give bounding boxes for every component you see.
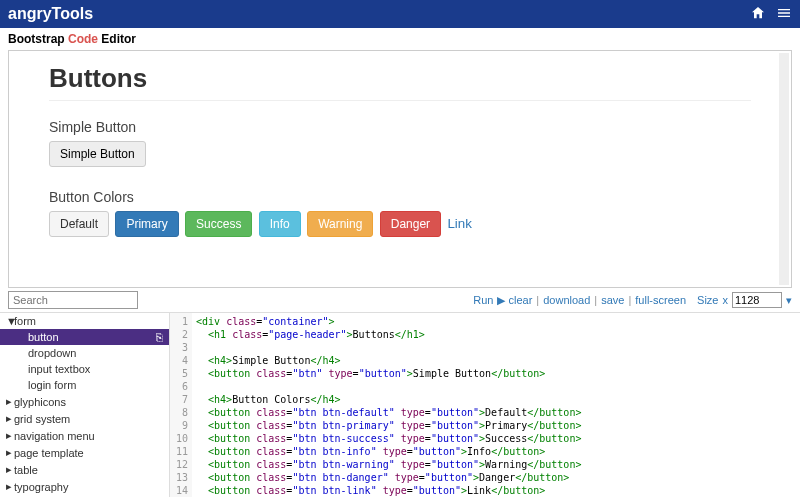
info-button[interactable]: Info	[259, 211, 301, 237]
preview-header: Buttons	[49, 63, 751, 101]
menu-icon[interactable]	[776, 5, 792, 24]
tree-item-table[interactable]: ▸ table	[0, 461, 169, 478]
tree-item-glyphicons[interactable]: ▸ glyphicons	[0, 393, 169, 410]
success-button[interactable]: Success	[185, 211, 252, 237]
size-prefix: x	[723, 294, 729, 306]
warning-button[interactable]: Warning	[307, 211, 373, 237]
tree-item-ui-element[interactable]: ▸ ui element	[0, 495, 169, 497]
simple-button[interactable]: Simple Button	[49, 141, 146, 167]
topbar: angryTools	[0, 0, 800, 28]
tree-item-form[interactable]: ▼ form	[0, 313, 169, 329]
size-label: Size	[697, 294, 718, 306]
tree-item-input-textbox[interactable]: input textbox	[0, 361, 169, 377]
home-icon[interactable]	[750, 5, 766, 24]
tree-item-button[interactable]: button⎘	[0, 329, 169, 345]
section-simple-heading: Simple Button	[49, 119, 751, 135]
tree-item-login-form[interactable]: login form	[0, 377, 169, 393]
toolbar: Run ▶ clear| download| save| full-screen…	[0, 288, 800, 312]
download-button[interactable]: download	[543, 294, 590, 306]
section-colors-heading: Button Colors	[49, 189, 751, 205]
search-input[interactable]	[8, 291, 138, 309]
primary-button[interactable]: Primary	[115, 211, 178, 237]
tree-item-typography[interactable]: ▸ typography	[0, 478, 169, 495]
tree-item-navigation-menu[interactable]: ▸ navigation menu	[0, 427, 169, 444]
size-input[interactable]	[732, 292, 782, 308]
link-button[interactable]: Link	[447, 216, 471, 231]
tree-item-page-template[interactable]: ▸ page template	[0, 444, 169, 461]
component-tree[interactable]: ▼ form button⎘ dropdown input textbox lo…	[0, 313, 170, 497]
save-button[interactable]: save	[601, 294, 624, 306]
brand-logo[interactable]: angryTools	[8, 5, 93, 23]
danger-button[interactable]: Danger	[380, 211, 441, 237]
code-editor[interactable]: 123456789101112131415161718 <div class="…	[170, 313, 800, 497]
fullscreen-button[interactable]: full-screen	[635, 294, 686, 306]
page-title: Bootstrap Code Editor	[0, 28, 800, 50]
tree-item-dropdown[interactable]: dropdown	[0, 345, 169, 361]
default-button[interactable]: Default	[49, 211, 109, 237]
run-button[interactable]: Run ▶	[473, 294, 504, 307]
dropdown-icon[interactable]: ▾	[786, 294, 792, 307]
preview-pane: Buttons Simple Button Simple Button Butt…	[8, 50, 792, 288]
tree-item-grid-system[interactable]: ▸ grid system	[0, 410, 169, 427]
clear-button[interactable]: clear	[509, 294, 533, 306]
